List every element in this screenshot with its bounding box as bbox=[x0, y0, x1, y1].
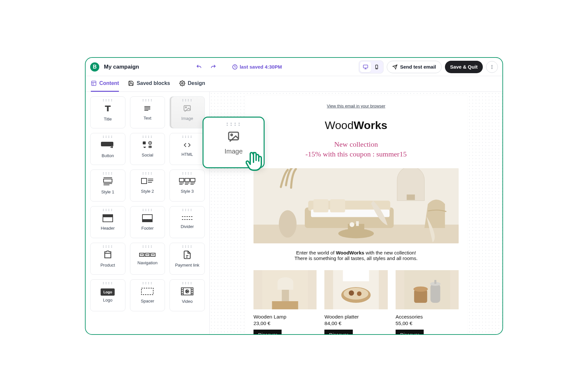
block-spacer[interactable]: ● ● ● ●● ● ● ● Spacer bbox=[130, 279, 165, 311]
email-preview: View this email in your browser WoodWork… bbox=[245, 95, 467, 334]
block-style2[interactable]: ● ● ● ●● ● ● ● Style 2 bbox=[130, 170, 165, 202]
block-title-label: Title bbox=[104, 117, 112, 122]
svg-rect-36 bbox=[103, 215, 113, 217]
undo-button[interactable] bbox=[194, 62, 204, 72]
block-text[interactable]: ● ● ● ●● ● ● ● Text bbox=[130, 96, 165, 128]
block-button-label: Button bbox=[102, 153, 114, 158]
block-html[interactable]: ● ● ● ●● ● ● ● HTML bbox=[170, 133, 205, 165]
device-switch bbox=[359, 60, 384, 74]
block-style1[interactable]: ● ● ● ●● ● ● ● Style 1 bbox=[90, 170, 125, 202]
block-video[interactable]: ● ● ● ●● ● ● ● Video bbox=[170, 279, 205, 311]
discover-button[interactable]: Discover bbox=[396, 330, 424, 334]
drag-handle-icon: ● ● ● ●● ● ● ● bbox=[142, 282, 152, 284]
drag-handle-icon: ● ● ● ●● ● ● ● bbox=[103, 172, 113, 174]
block-social-label: Social bbox=[142, 153, 153, 157]
drag-handle-icon: ● ● ● ●● ● ● ● bbox=[103, 208, 113, 211]
promo-line-2: -15% with this coupon : summer15 bbox=[253, 150, 459, 158]
discover-button[interactable]: Discover bbox=[324, 330, 352, 334]
brand-logo: B bbox=[90, 62, 99, 72]
hero-image[interactable] bbox=[253, 168, 459, 243]
svg-rect-26 bbox=[179, 178, 184, 182]
view-in-browser-link[interactable]: View this email in your browser bbox=[253, 104, 459, 108]
product-price: 55,00 € bbox=[396, 320, 459, 326]
block-divider-label: Divider bbox=[181, 224, 194, 229]
svg-point-5 bbox=[492, 66, 492, 67]
social-icon bbox=[141, 141, 153, 151]
video-icon bbox=[181, 287, 194, 297]
block-spacer-label: Spacer bbox=[141, 299, 154, 303]
block-title[interactable]: ● ● ● ●● ● ● ● Title bbox=[90, 96, 125, 128]
save-quit-button[interactable]: Save & Quit bbox=[445, 61, 483, 73]
block-product-label: Product bbox=[100, 263, 115, 268]
block-button[interactable]: ● ● ● ●● ● ● ● Button bbox=[90, 133, 125, 165]
drag-handle-icon: ● ● ● ●● ● ● ● bbox=[182, 172, 192, 174]
last-saved-label: last saved 4:30PM bbox=[240, 64, 282, 70]
svg-point-81 bbox=[357, 291, 362, 296]
svg-rect-28 bbox=[190, 178, 195, 182]
block-style1-label: Style 1 bbox=[101, 189, 114, 194]
product-card[interactable]: Accessories 55,00 € Discover bbox=[396, 270, 459, 334]
intro-text: Enter the world of WoodWorks with the ne… bbox=[253, 250, 459, 261]
save-quit-label: Save & Quit bbox=[450, 64, 478, 70]
svg-rect-38 bbox=[142, 220, 152, 222]
block-image-placeholder[interactable]: ● ● ● ●● ● ● ● Image bbox=[170, 96, 205, 128]
svg-point-70 bbox=[350, 222, 354, 227]
desktop-preview-button[interactable] bbox=[360, 62, 371, 72]
last-saved: last saved 4:30PM bbox=[232, 64, 282, 70]
send-test-label: Send test email bbox=[400, 64, 436, 70]
send-test-button[interactable]: Send test email bbox=[387, 61, 442, 73]
svg-rect-73 bbox=[272, 301, 298, 309]
tab-saved-blocks-label: Saved blocks bbox=[137, 80, 170, 86]
svg-point-10 bbox=[186, 107, 187, 108]
product-icon bbox=[103, 250, 113, 261]
svg-rect-27 bbox=[185, 178, 189, 182]
block-payment-link[interactable]: ● ● ● ●● ● ● ● Payment link bbox=[170, 243, 205, 275]
topbar: B My campaign last saved 4:30PM bbox=[86, 58, 502, 76]
email-brand: WoodWorks bbox=[253, 119, 459, 132]
block-product[interactable]: ● ● ● ●● ● ● ● Product bbox=[90, 243, 125, 275]
text-icon bbox=[142, 105, 152, 114]
more-menu-button[interactable] bbox=[486, 61, 498, 73]
style2-icon bbox=[141, 178, 154, 187]
svg-rect-82 bbox=[343, 270, 369, 281]
product-card[interactable]: Wooden platter 84,00 € Discover bbox=[324, 270, 387, 334]
drag-handle-icon: ● ● ● ●● ● ● ● bbox=[142, 245, 152, 248]
block-social[interactable]: ● ● ● ●● ● ● ● Social bbox=[130, 133, 165, 165]
block-navigation[interactable]: ● ● ● ●● ● ● ● Navigation bbox=[130, 243, 165, 275]
tab-content[interactable]: Content bbox=[91, 76, 119, 92]
block-divider[interactable]: ● ● ● ●● ● ● ● Divider bbox=[170, 206, 205, 238]
block-style3[interactable]: ● ● ● ●● ● ● ● Style 3 bbox=[170, 170, 205, 202]
navigation-icon bbox=[139, 253, 156, 258]
svg-point-6 bbox=[492, 68, 492, 69]
svg-point-8 bbox=[181, 83, 183, 84]
block-payment-link-label: Payment link bbox=[175, 263, 199, 268]
product-name: Accessories bbox=[396, 314, 459, 320]
discover-button[interactable]: Discover bbox=[253, 330, 282, 334]
product-price: 23,00 € bbox=[253, 320, 317, 326]
html-icon bbox=[181, 141, 193, 150]
block-footer-label: Footer bbox=[141, 226, 154, 231]
svg-rect-76 bbox=[278, 282, 293, 290]
block-video-label: Video bbox=[182, 299, 193, 304]
svg-point-90 bbox=[231, 134, 233, 136]
redo-button[interactable] bbox=[208, 62, 218, 72]
dragging-block-label: Image bbox=[224, 148, 243, 155]
block-footer[interactable]: ● ● ● ●● ● ● ● Footer bbox=[130, 206, 165, 238]
svg-point-80 bbox=[349, 290, 354, 296]
tab-saved-blocks[interactable]: Saved blocks bbox=[128, 76, 170, 92]
logo-icon: Logo bbox=[101, 288, 115, 296]
block-header[interactable]: ● ● ● ●● ● ● ● Header bbox=[90, 206, 125, 238]
product-price: 84,00 € bbox=[324, 320, 387, 326]
tab-design[interactable]: Design bbox=[179, 76, 205, 92]
drag-handle-icon: ● ● ● ●● ● ● ● bbox=[182, 282, 192, 284]
svg-point-79 bbox=[344, 288, 368, 300]
block-logo[interactable]: ● ● ● ●● ● ● ● Logo Logo bbox=[90, 279, 125, 311]
drag-handle-icon: ● ● ● ●● ● ● ● bbox=[226, 122, 241, 126]
tab-content-label: Content bbox=[99, 80, 119, 86]
product-name: Wooden platter bbox=[324, 314, 387, 320]
mobile-preview-button[interactable] bbox=[371, 62, 382, 72]
cursor-pointer-icon bbox=[246, 150, 265, 177]
svg-marker-58 bbox=[187, 290, 188, 292]
app-frame: B My campaign last saved 4:30PM bbox=[85, 57, 503, 335]
product-card[interactable]: Wooden Lamp 23,00 € Discover bbox=[253, 270, 317, 334]
